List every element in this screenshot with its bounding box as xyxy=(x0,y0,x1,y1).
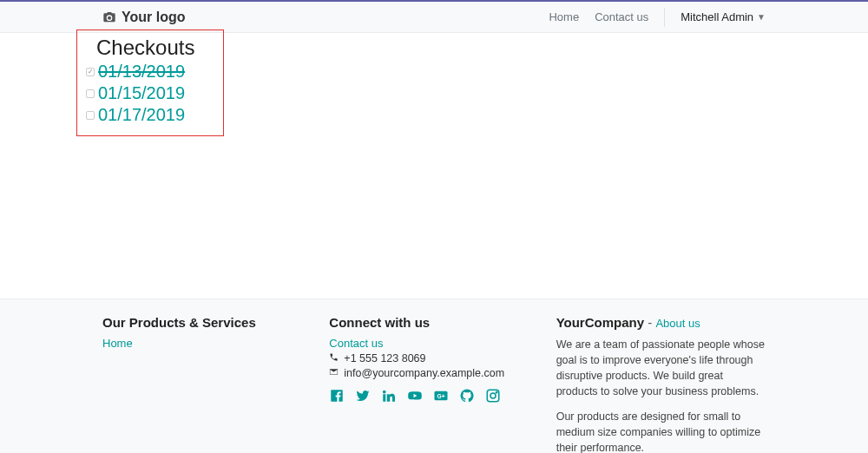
checkbox-icon[interactable]: ✓ xyxy=(86,68,95,76)
email-text: info@yourcompany.example.com xyxy=(344,367,504,379)
phone-icon xyxy=(329,352,339,364)
user-name: Mitchell Admin xyxy=(681,10,753,23)
checkout-date: 01/13/2019 xyxy=(98,62,185,82)
footer-col-about: YourCompany - About us We are a team of … xyxy=(556,315,766,453)
footer-col-products: Our Products & Services Home xyxy=(102,315,312,453)
envelope-icon xyxy=(329,367,339,379)
footer-email: info@yourcompany.example.com xyxy=(329,367,538,379)
nav-home[interactable]: Home xyxy=(549,10,579,23)
checkouts-panel: Checkouts ✓ 01/13/2019 01/15/2019 01/17/… xyxy=(76,30,224,136)
footer-phone: +1 555 123 8069 xyxy=(329,352,538,364)
about-para-1: We are a team of passionate people whose… xyxy=(556,337,766,400)
logo-text: Your logo xyxy=(122,10,185,25)
footer-link-contact[interactable]: Contact us xyxy=(329,337,383,350)
github-icon[interactable] xyxy=(459,388,475,406)
footer-col-connect: Connect with us Contact us +1 555 123 80… xyxy=(329,315,538,453)
svg-text:G+: G+ xyxy=(437,393,445,399)
nav-contact[interactable]: Contact us xyxy=(595,10,648,23)
facebook-icon[interactable] xyxy=(329,388,345,406)
checkbox-icon[interactable] xyxy=(86,89,95,98)
checkout-item[interactable]: 01/17/2019 xyxy=(86,105,214,125)
nav-right: Home Contact us Mitchell Admin ▼ xyxy=(549,8,766,27)
about-sep: - xyxy=(644,315,655,330)
footer: Our Products & Services Home Connect wit… xyxy=(0,299,868,453)
svg-point-3 xyxy=(490,393,496,398)
linkedin-icon[interactable] xyxy=(381,388,397,406)
youtube-icon[interactable] xyxy=(407,388,423,406)
top-nav: Your logo Home Contact us Mitchell Admin… xyxy=(0,0,868,33)
checkout-date: 01/15/2019 xyxy=(98,83,185,103)
checkout-date: 01/17/2019 xyxy=(98,105,185,125)
checkouts-heading: Checkouts xyxy=(86,36,214,60)
footer-heading-connect: Connect with us xyxy=(329,315,538,330)
instagram-icon[interactable] xyxy=(485,388,501,406)
site-logo[interactable]: Your logo xyxy=(102,10,185,25)
camera-icon xyxy=(102,10,116,24)
twitter-icon[interactable] xyxy=(355,388,371,406)
about-link[interactable]: About us xyxy=(655,317,700,330)
user-menu[interactable]: Mitchell Admin ▼ xyxy=(681,10,766,23)
chevron-down-icon: ▼ xyxy=(757,12,766,22)
checkbox-icon[interactable] xyxy=(86,111,95,120)
googleplus-icon[interactable]: G+ xyxy=(433,388,449,406)
nav-separator xyxy=(664,8,665,27)
checkout-item[interactable]: 01/15/2019 xyxy=(86,83,214,103)
checkout-item[interactable]: ✓ 01/13/2019 xyxy=(86,62,214,82)
footer-heading-about: YourCompany - About us xyxy=(556,315,766,330)
footer-heading-products: Our Products & Services xyxy=(102,315,312,330)
phone-text: +1 555 123 8069 xyxy=(344,352,425,364)
social-row: G+ xyxy=(329,388,538,406)
main-content: Checkouts ✓ 01/13/2019 01/15/2019 01/17/… xyxy=(0,33,868,299)
footer-link-home[interactable]: Home xyxy=(102,337,133,350)
company-name: YourCompany xyxy=(556,315,644,330)
about-para-2: Our products are designed for small to m… xyxy=(556,409,766,454)
svg-point-4 xyxy=(496,391,498,393)
